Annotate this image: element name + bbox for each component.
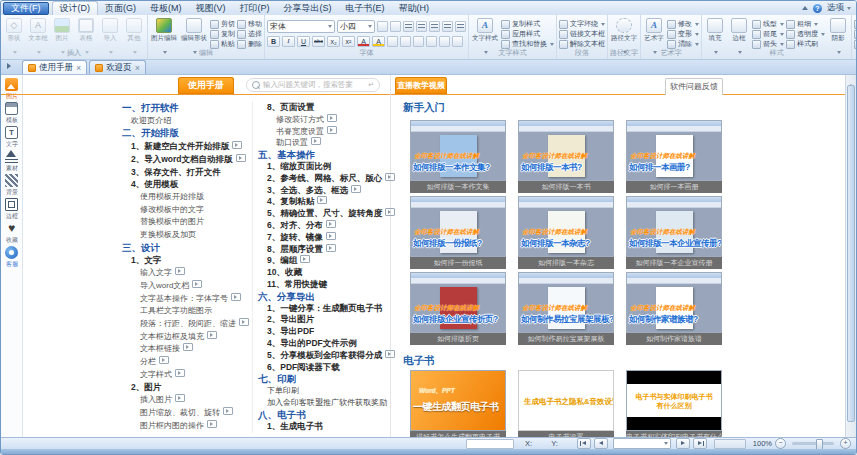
ribbon-button-find-replace[interactable]: 查找和替换 xyxy=(501,40,554,48)
sidebar-item-materials[interactable]: 素材 xyxy=(5,150,19,173)
char-spacing-icon[interactable] xyxy=(387,36,398,47)
toc-item[interactable]: 输入文字 xyxy=(122,267,248,280)
search-box[interactable]: 输入问题关键词，搜索答案 ↵ xyxy=(246,78,380,92)
toc-item[interactable]: 1、生成电子书 xyxy=(258,421,388,433)
video-thumb[interactable]: 电子书与实体印刷电子书有什么区别电子书和实体印刷电子书有什么区别 xyxy=(626,370,722,437)
bold-button[interactable]: B xyxy=(267,36,280,47)
align-right-icon[interactable] xyxy=(429,21,440,32)
toc-item[interactable]: 文字样式 xyxy=(122,369,248,382)
ribbon-button-move[interactable]: 移动 xyxy=(237,20,262,28)
toc-item[interactable]: 1、文字 xyxy=(122,254,248,267)
distribute-icon[interactable] xyxy=(455,21,466,32)
clear-format-icon[interactable] xyxy=(426,36,437,47)
toc-item[interactable]: 下单印刷 xyxy=(258,385,388,397)
toc-item[interactable]: 三、设计 xyxy=(122,242,248,255)
toc-item[interactable]: 2、图片 xyxy=(122,381,248,394)
toc-item[interactable]: 加入金印客联盟推广软件获取奖励 xyxy=(258,397,388,409)
toc-item[interactable]: 4、复制粘贴 xyxy=(258,196,388,208)
menu-tab-design[interactable]: 设计(D) xyxy=(52,1,99,15)
ribbon-button-arrow-tail[interactable]: 箭尾 xyxy=(752,30,784,38)
zoom-in-button[interactable]: + xyxy=(840,438,851,449)
menu-tab-view[interactable]: 视图(V) xyxy=(189,1,233,15)
toc-item[interactable]: 8、层顺序设置 xyxy=(258,244,388,256)
toc-item[interactable]: 五、基本操作 xyxy=(258,149,388,161)
video-thumb[interactable]: Word、PPT一键生成翻页电子书排好书怎么生成翻页电子书 xyxy=(410,370,506,437)
previous-page-button[interactable] xyxy=(594,438,608,449)
toc-item[interactable]: 更换模板及加页 xyxy=(122,229,248,242)
ribbon-button-cut[interactable]: 剪切 xyxy=(210,20,235,28)
zoom-slider[interactable] xyxy=(792,442,834,445)
toc-item[interactable]: 勒口设置 xyxy=(258,137,388,149)
video-thumb[interactable]: 金印客设计师在线讲解如何排版一份报纸?如何排一份报纸 xyxy=(410,196,506,269)
ribbon-button-apply-style[interactable]: 应用样式 xyxy=(501,30,554,38)
toc-item[interactable]: 文字基本操作：字体字号 xyxy=(122,293,248,306)
sidebar-item-service[interactable]: 客服 xyxy=(5,246,19,269)
font-name-select[interactable]: 宋体 xyxy=(267,20,335,33)
ribbon-button-style-brush[interactable]: 样式刷 xyxy=(786,40,825,48)
increase-font-icon[interactable] xyxy=(377,21,388,32)
video-thumb[interactable]: 金印客设计师在线讲解如何排版一本企业宣传册?如何排版一本企业宣传册 xyxy=(626,196,722,269)
toc-item[interactable]: 1、一键分享：生成翻页电子书 xyxy=(258,303,388,315)
video-thumb[interactable]: 金印客设计师在线讲解如何排版一本书?如何排版一本书 xyxy=(518,120,614,193)
sidebar-item-images[interactable]: 图片 xyxy=(5,78,19,101)
doc-tab-manual[interactable]: 使用手册× xyxy=(22,60,87,74)
toc-item[interactable]: 段落：行距、段间距、缩进 xyxy=(122,318,248,331)
page-select-combo[interactable] xyxy=(613,438,671,449)
toc-item[interactable]: 图片框内图的操作 xyxy=(122,420,248,433)
toc-item[interactable]: 2、参考线、网格、标尺、版心 xyxy=(258,173,388,185)
ribbon-button-transform[interactable]: 变形 xyxy=(667,30,699,38)
ribbon-button-send-backward[interactable]: 下一层 xyxy=(854,30,856,38)
toc-item[interactable]: 修改装订方式 xyxy=(258,114,388,126)
menu-tab-share-export[interactable]: 分享导出(S) xyxy=(277,1,339,15)
feedback-tab-button[interactable]: 软件问题反馈 xyxy=(665,78,723,95)
toc-item[interactable]: 3、保存文件、打开文件 xyxy=(122,166,248,179)
ribbon-button-opacity[interactable]: 透明度 xyxy=(786,30,825,38)
video-thumb[interactable]: 金印客设计师在线讲解如何排版一本作文集?如何排版一本作文集 xyxy=(410,120,506,193)
toc-item[interactable]: 7、旋转、镜像 xyxy=(258,232,388,244)
toc-item[interactable]: 导入word文档 xyxy=(122,280,248,293)
decrease-font-icon[interactable] xyxy=(390,21,401,32)
toc-item[interactable]: 八、电子书 xyxy=(258,409,388,421)
live-video-tab-button[interactable]: 直播教学视频 xyxy=(395,77,447,94)
menu-tab-file[interactable]: 文件(F) xyxy=(3,2,49,15)
toc-item[interactable]: 欢迎页介绍 xyxy=(122,115,248,128)
vertical-text-icon[interactable] xyxy=(413,36,424,47)
toc-item[interactable]: 二、开始排版 xyxy=(122,127,248,140)
toc-item[interactable]: 2、导出图片 xyxy=(258,314,388,326)
toc-item[interactable]: 文本框链接 xyxy=(122,343,248,356)
video-thumb[interactable]: 金印客设计师在线讲解如何排版企业宣传折页?如何排版折页 xyxy=(410,272,506,345)
close-icon[interactable]: × xyxy=(135,64,140,72)
doc-tab-welcome[interactable]: 欢迎页× xyxy=(89,60,146,74)
scroll-up-icon[interactable] xyxy=(846,74,856,83)
ribbon-button-modify[interactable]: 修改 xyxy=(667,20,699,28)
first-page-button[interactable] xyxy=(577,438,591,449)
toc-item[interactable]: 六、分享导出 xyxy=(258,291,388,303)
highlight-button[interactable]: A xyxy=(372,36,385,47)
toc-item[interactable]: 6、对齐、分布 xyxy=(258,220,388,232)
ribbon-button-copy[interactable]: 复制 xyxy=(210,30,235,38)
toc-item[interactable]: 修改模板中的文字 xyxy=(122,204,248,217)
toc-item[interactable]: 8、页面设置 xyxy=(258,102,388,114)
close-icon[interactable]: × xyxy=(76,64,81,72)
toc-item[interactable]: 5、分享模板到金印客获得分成 xyxy=(258,350,388,362)
menu-tab-page[interactable]: 页面(G) xyxy=(98,1,143,15)
toc-item[interactable]: 七、印刷 xyxy=(258,373,388,385)
toc-item[interactable]: 插入图片 xyxy=(122,394,248,407)
toc-item[interactable]: 11、常用快捷键 xyxy=(258,279,388,291)
sidebar-item-backgrounds[interactable]: 背景 xyxy=(5,174,19,197)
help-icon[interactable]: ? xyxy=(813,4,822,13)
sidebar-item-borders[interactable]: 边框 xyxy=(5,198,19,221)
sidebar-item-favorites[interactable]: ♥收藏 xyxy=(5,222,19,245)
menu-tab-help[interactable]: 帮助(H) xyxy=(392,1,437,15)
video-thumb[interactable]: 金印客设计师在线讲解如何排版一本杂志?如何排版一本杂志 xyxy=(518,196,614,269)
align-left-icon[interactable] xyxy=(403,21,414,32)
justify-icon[interactable] xyxy=(442,21,453,32)
ribbon-button-link-textbox[interactable]: 链接文本框 xyxy=(559,30,605,38)
last-page-button[interactable] xyxy=(693,438,707,449)
ribbon-button-clear[interactable]: 清除 xyxy=(667,40,699,48)
video-thumb[interactable]: 生成电子书之隐私&音效设置电子书设置 xyxy=(518,370,614,437)
strike-button[interactable]: abc xyxy=(312,36,325,47)
toc-item[interactable]: 6、PDF阅读器下载 xyxy=(258,362,388,374)
menu-tab-ebook[interactable]: 电子书(E) xyxy=(339,1,392,15)
superscript-button[interactable]: x² xyxy=(342,36,355,47)
